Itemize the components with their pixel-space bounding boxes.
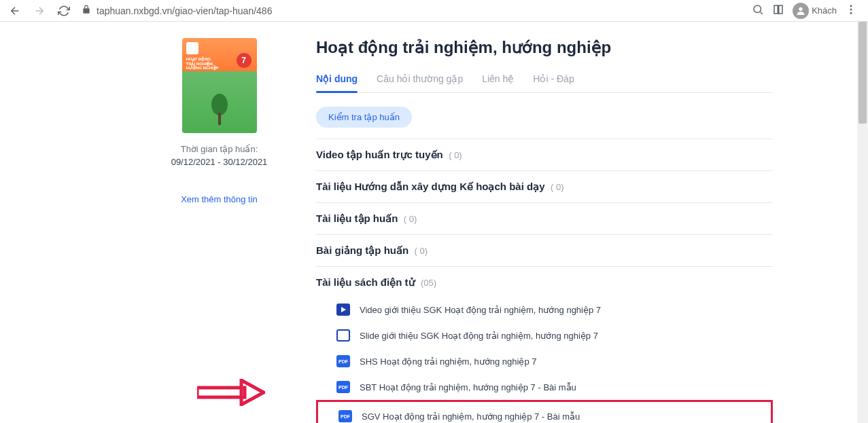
tab-noi-dung[interactable]: Nội dung [316,68,358,92]
section-material[interactable]: Tài liệu tập huấn ( 0) [316,202,773,234]
lock-icon [82,5,91,17]
svg-point-7 [211,94,228,115]
guest-profile[interactable]: Khách [793,3,837,19]
svg-rect-1 [774,5,778,14]
svg-rect-8 [218,113,221,125]
tab-cau-hoi[interactable]: Câu hỏi thường gặp [377,68,463,92]
doc-list: Video giới thiệu SGK Hoạt động trải nghi… [316,297,773,423]
svg-point-0 [754,5,761,13]
svg-rect-9 [197,388,245,397]
book-cover[interactable]: HOẠT ĐỘNG TRẢI NGHIỆM, HƯỚNG NGHIỆP 7 [182,38,257,133]
scrollbar-thumb[interactable] [858,22,867,124]
section-lecture[interactable]: Bài giảng tập huấn ( 0) [316,234,773,266]
page-title: Hoạt động trải nghiệm, hướng nghiệp [316,38,773,57]
grade-badge: 7 [237,53,251,68]
tab-hoi-dap[interactable]: Hỏi - Đáp [533,68,574,92]
section-video[interactable]: Video tập huấn trực tuyến ( 0) [316,139,773,170]
svg-point-4 [850,5,852,7]
doc-item-video[interactable]: Video giới thiệu SGK Hoạt động trải nghi… [316,297,773,323]
check-training-button[interactable]: Kiểm tra tập huấn [316,107,412,128]
svg-point-5 [850,8,852,10]
section-guide[interactable]: Tài liệu Hướng dẫn xây dựng Kế hoạch bài… [316,170,773,202]
time-label: Thời gian tập huấn: [136,144,302,154]
video-icon [336,304,350,316]
scrollbar[interactable] [857,22,868,423]
svg-point-3 [799,7,802,10]
doc-item-sgv[interactable]: PDF SGV Hoạt động trải nghiệm, hướng ngh… [318,403,771,423]
tabs: Nội dung Câu hỏi thường gặp Liên hệ Hỏi … [316,68,773,93]
url-text: taphuan.nxbgd.vn/giao-vien/tap-huan/486 [97,5,744,16]
menu-dots-icon[interactable] [845,3,857,18]
page-body: HOẠT ĐỘNG TRẢI NGHIỆM, HƯỚNG NGHIỆP 7 Th… [0,22,868,423]
section-ebook[interactable]: Tài liệu sách điện tử (05) Video giới th… [316,266,773,423]
pdf-icon: PDF [336,355,350,367]
forward-button[interactable] [30,1,49,20]
browser-toolbar: taphuan.nxbgd.vn/giao-vien/tap-huan/486 … [0,0,868,22]
doc-item-shs[interactable]: PDF SHS Hoạt động trải nghiệm, hướng ngh… [316,348,773,374]
doc-item-slide[interactable]: Slide giới thiệu SGK Hoạt động trải nghi… [316,323,773,348]
extensions-icon[interactable] [772,3,784,18]
slide-icon [336,329,350,342]
doc-item-sbt[interactable]: PDF SBT Hoạt động trải nghiệm, hướng ngh… [316,374,773,400]
annotation-arrow [197,379,265,406]
address-bar[interactable]: taphuan.nxbgd.vn/giao-vien/tap-huan/486 [79,5,746,17]
guest-label: Khách [812,5,837,16]
more-info-link[interactable]: Xem thêm thông tin [136,194,302,204]
sidebar: HOẠT ĐỘNG TRẢI NGHIỆM, HƯỚNG NGHIỆP 7 Th… [136,38,316,423]
time-value: 09/12/2021 - 30/12/2021 [136,157,302,167]
avatar-icon [793,3,809,19]
pdf-icon: PDF [336,381,350,393]
highlighted-item: PDF SGV Hoạt động trải nghiệm, hướng ngh… [316,400,773,423]
zoom-icon[interactable] [752,3,764,18]
tab-lien-he[interactable]: Liên hệ [482,68,514,92]
reload-button[interactable] [54,1,73,20]
pdf-icon: PDF [338,410,352,422]
svg-rect-2 [779,5,782,14]
back-button[interactable] [5,1,24,20]
browser-right-icons: Khách [752,3,863,19]
main-content: Hoạt động trải nghiệm, hướng nghiệp Nội … [316,38,868,423]
svg-point-6 [850,12,852,14]
